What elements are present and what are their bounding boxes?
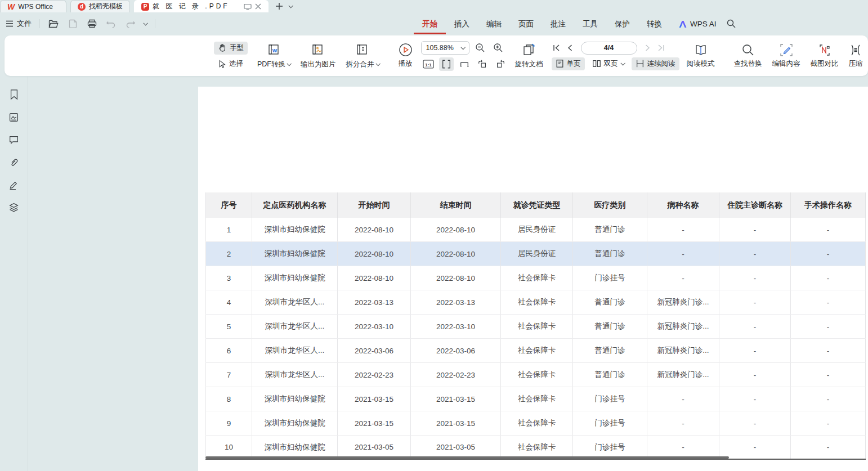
table-cell: - — [791, 218, 866, 241]
actual-size-button[interactable]: 1:1 — [421, 57, 436, 71]
table-row: 2深圳市妇幼保健院2022-08-102022-08-10居民身份证普通门诊--… — [205, 242, 866, 266]
split-merge-icon — [355, 43, 370, 57]
horizontal-scrollbar-thumb[interactable] — [205, 456, 729, 459]
table-cell: 8 — [205, 387, 252, 411]
double-page-label: 双页 — [604, 59, 618, 69]
menu-search-icon[interactable] — [727, 19, 736, 28]
table-cell: 普通门诊 — [573, 290, 647, 314]
tab-label: 找稻壳模板 — [89, 2, 123, 11]
print-icon[interactable] — [86, 18, 97, 29]
signature-icon[interactable] — [7, 178, 21, 191]
table-cell: 深圳市妇幼保健院 — [252, 436, 338, 459]
column-header: 定点医药机构名称 — [252, 192, 338, 218]
attachments-icon[interactable] — [7, 156, 21, 168]
table-body: 1深圳市妇幼保健院2022-08-102022-08-10居民身份证普通门诊--… — [205, 218, 866, 460]
table-row: 6深圳市龙华区人...2022-03-062022-03-06社会保障卡普通门诊… — [205, 339, 866, 363]
table-cell: 2021-03-15 — [338, 411, 411, 435]
menu-tab-convert[interactable]: 转换 — [638, 14, 670, 34]
menu-tab-home[interactable]: 开始 — [414, 14, 446, 34]
table-cell: - — [719, 290, 791, 314]
fit-width-button[interactable] — [457, 57, 472, 71]
previous-page-button[interactable] — [565, 42, 575, 53]
zoom-in-button[interactable] — [491, 41, 505, 55]
last-page-button[interactable] — [656, 42, 666, 53]
rotate-left-button[interactable] — [475, 57, 490, 71]
tab-wps-office[interactable]: W WPS Office — [0, 0, 66, 12]
bookmark-icon[interactable] — [7, 88, 21, 101]
tab-docer-templates[interactable]: d 找稻壳模板 — [70, 0, 130, 12]
table-cell: 2022-03-06 — [411, 339, 501, 362]
pdf-convert-button[interactable]: W PDF转换 — [252, 41, 296, 71]
pdf-page: 序号定点医药机构名称开始时间结束时间就诊凭证类型医疗类别病种名称住院主诊断名称手… — [198, 87, 868, 471]
table-cell: 社会保障卡 — [501, 411, 573, 435]
read-mode-button[interactable]: 阅读模式 — [682, 42, 720, 70]
screen-share-icon[interactable] — [244, 3, 252, 10]
rotate-right-button[interactable] — [493, 57, 508, 71]
tab-list-chevron-icon[interactable] — [288, 3, 293, 8]
menu-tab-protect[interactable]: 保护 — [606, 14, 638, 34]
undo-history-chevron-icon[interactable] — [143, 21, 147, 25]
split-merge-button[interactable]: 拆分合并 — [341, 41, 384, 71]
double-page-icon — [592, 59, 601, 68]
open-file-icon[interactable] — [48, 18, 59, 29]
table-cell: 深圳市龙华区人... — [252, 339, 338, 362]
fit-page-button[interactable] — [439, 57, 454, 71]
play-button[interactable]: 播放 — [393, 41, 418, 70]
column-header: 序号 — [205, 192, 252, 218]
undo-icon[interactable] — [105, 18, 117, 29]
first-page-button[interactable] — [552, 42, 562, 53]
table-cell: 社会保障卡 — [501, 290, 573, 314]
wps-ai-icon — [678, 20, 687, 28]
redo-icon[interactable] — [124, 18, 136, 29]
table-cell: 社会保障卡 — [501, 387, 573, 411]
zoom-out-button[interactable] — [473, 41, 487, 55]
table-cell: 居民身份证 — [501, 218, 573, 241]
compress-icon — [849, 43, 862, 57]
table-cell: 2022-08-10 — [411, 218, 501, 241]
page-indicator-input[interactable]: 4/4 — [581, 42, 637, 55]
table-cell: 2022-08-10 — [338, 266, 411, 290]
select-tool-button[interactable]: 选择 — [214, 57, 248, 70]
double-page-button[interactable]: 双页 — [588, 57, 628, 70]
continuous-reading-icon — [636, 59, 645, 68]
menu-tab-tools[interactable]: 工具 — [574, 14, 606, 34]
compress-button[interactable]: 压缩 — [844, 42, 868, 70]
edit-content-button[interactable]: 编辑内容 — [767, 42, 806, 70]
table-row: 5深圳市龙华区人...2022-03-102022-03-10社会保障卡普通门诊… — [205, 315, 866, 339]
single-page-button[interactable]: 单页 — [552, 57, 585, 70]
comments-icon[interactable] — [7, 133, 21, 146]
screenshot-compare-button[interactable]: 截图对比 — [806, 42, 844, 70]
column-header: 结束时间 — [411, 192, 501, 218]
zoom-level-select[interactable]: 105.88% — [421, 41, 469, 55]
file-menu-button[interactable]: 文件 — [6, 19, 32, 29]
screenshot-compare-label: 截图对比 — [811, 59, 839, 69]
continuous-reading-button[interactable]: 连续阅读 — [632, 57, 679, 70]
menu-tabs: 开始 插入 编辑 页面 批注 工具 保护 转换 WPS AI — [414, 12, 736, 35]
medical-records-table: 序号定点医药机构名称开始时间结束时间就诊凭证类型医疗类别病种名称住院主诊断名称手… — [205, 192, 866, 460]
menu-tab-annotate[interactable]: 批注 — [542, 14, 574, 34]
new-tab-button[interactable] — [275, 2, 283, 10]
tab-document-active[interactable]: P 就 医 记 录 .PDF — [134, 0, 269, 12]
table-cell: 新冠肺炎门诊... — [647, 290, 719, 314]
table-cell: - — [791, 242, 866, 266]
menu-tab-insert[interactable]: 插入 — [446, 14, 478, 34]
find-replace-button[interactable]: 查找替换 — [729, 42, 767, 70]
menu-tab-page[interactable]: 页面 — [510, 14, 542, 34]
menu-tab-edit[interactable]: 编辑 — [478, 14, 510, 34]
hand-tool-button[interactable]: 手型 — [214, 42, 248, 55]
column-header: 医疗类别 — [573, 192, 647, 218]
table-cell: - — [719, 242, 791, 266]
rotate-document-button[interactable]: 旋转文档 — [510, 41, 548, 71]
table-cell: 2022-02-23 — [411, 363, 501, 387]
next-page-button[interactable] — [643, 42, 653, 53]
table-cell: 居民身份证 — [501, 242, 573, 266]
rotate-document-icon — [522, 43, 536, 57]
save-icon[interactable] — [67, 18, 78, 29]
table-cell: 2022-08-10 — [411, 242, 501, 266]
table-cell: 3 — [205, 266, 252, 290]
wps-ai-button[interactable]: WPS AI — [678, 20, 717, 28]
thumbnails-icon[interactable] — [7, 111, 21, 123]
layers-icon[interactable] — [7, 201, 21, 213]
export-as-image-button[interactable]: 输出为图片 — [296, 41, 341, 71]
close-icon[interactable] — [255, 3, 261, 10]
